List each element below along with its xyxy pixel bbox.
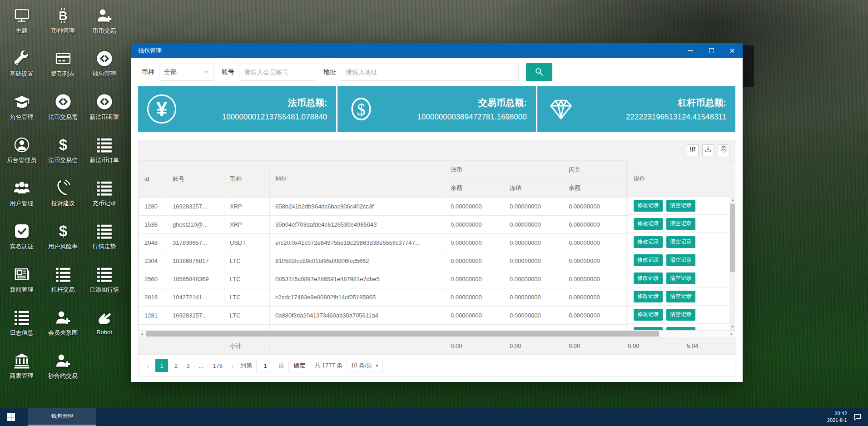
search-button[interactable] xyxy=(526,63,552,81)
chat-bubble-icon[interactable] xyxy=(853,413,862,421)
coin-select[interactable]: 全部 ▼ xyxy=(159,64,213,81)
desktop-icon-label: 后台管理员 xyxy=(7,156,36,164)
minimize-button[interactable] xyxy=(680,43,701,58)
cell-id: 1281 xyxy=(139,307,167,325)
clear-record-button[interactable]: 清空记录 xyxy=(666,309,695,321)
monitor-icon xyxy=(13,6,31,25)
cell-frozen: 0.00000000 xyxy=(504,198,563,216)
edit-record-button[interactable]: 修改记录 xyxy=(634,327,663,331)
desktop-icon-25[interactable]: 商家管理 xyxy=(1,348,42,391)
print-icon xyxy=(720,146,727,155)
desktop-icon-label: 新法币商家 xyxy=(89,113,119,121)
page-button-178[interactable]: 178 xyxy=(210,359,225,372)
account-input[interactable] xyxy=(239,64,315,81)
edit-record-button[interactable]: 修改记录 xyxy=(634,236,663,248)
vertical-scrollbar-thumb[interactable] xyxy=(730,204,735,272)
desktop-icon-20[interactable]: 杠杆交易 xyxy=(42,262,84,305)
col-coin: 币种 xyxy=(224,161,270,197)
maximize-button[interactable] xyxy=(701,43,722,58)
desktop-icon-23[interactable]: 会员关系图 xyxy=(42,305,84,348)
clear-record-button[interactable]: 清空记录 xyxy=(666,200,695,212)
close-icon: ✕ xyxy=(729,47,735,54)
desktop-icon-6[interactable]: 钱包管理 xyxy=(84,46,125,89)
desktop-icon-22[interactable]: 日志信息 xyxy=(1,305,42,348)
edit-record-button[interactable]: 修改记录 xyxy=(634,309,663,321)
desktop-icon-21[interactable]: 已添加行情 xyxy=(84,262,125,305)
desktop-icon-label: 法币交易需 xyxy=(48,113,78,121)
clear-record-button[interactable]: 清空记录 xyxy=(666,272,695,284)
svg-text:$: $ xyxy=(357,100,366,119)
cell-id: 1536 xyxy=(139,216,167,234)
cell-account: ghost210@... xyxy=(167,325,224,331)
columns-button[interactable] xyxy=(687,144,699,156)
summary-card-3: 杠杆币总额:222223196513124.41548311 xyxy=(537,86,735,132)
col-fiat-frozen: 冻结 xyxy=(504,179,563,197)
desktop-icon-26[interactable]: 秒合约交易 xyxy=(42,348,84,391)
cell-coin: LTC xyxy=(224,270,270,288)
prev-page-button[interactable]: ‹ xyxy=(144,359,151,372)
desktop-icon-18[interactable]: 行情走势 xyxy=(84,218,125,262)
page-button-3[interactable]: 3 xyxy=(184,359,192,372)
horizontal-scrollbar-thumb[interactable] xyxy=(146,331,659,337)
scroll-down-arrow[interactable]: ▼ xyxy=(729,323,735,330)
print-button[interactable] xyxy=(718,144,729,156)
cell-id: 2048 xyxy=(139,234,167,252)
desktop-icon-4[interactable]: 基础设置 xyxy=(1,46,42,89)
page-ellipsis: … xyxy=(196,359,206,372)
edit-record-button[interactable]: 修改记录 xyxy=(634,291,663,302)
cell-coin: USDT xyxy=(224,234,270,252)
address-input[interactable] xyxy=(341,64,519,81)
desktop-icon-13[interactable]: 用户管理 xyxy=(1,175,42,218)
per-page-select[interactable]: 10 条/页 ▼ xyxy=(347,359,383,372)
cell-address: 35b04ef703dafde4c6126530e4985043 xyxy=(270,216,445,234)
desktop-icon-grid: 主题B币种管理币币交易基础设置提币列表钱包管理角色管理法币交易需新法币商家后台管… xyxy=(1,3,125,391)
page-button-2[interactable]: 2 xyxy=(172,359,180,372)
clear-record-button[interactable]: 清空记录 xyxy=(666,327,695,331)
goto-page-input[interactable] xyxy=(256,359,274,372)
edit-record-button[interactable]: 修改记录 xyxy=(634,200,663,212)
clear-record-button[interactable]: 清空记录 xyxy=(666,218,695,230)
desktop-icon-16[interactable]: 实名认证 xyxy=(1,218,42,262)
edit-record-button[interactable]: 修改记录 xyxy=(634,218,663,230)
edit-record-button[interactable]: 修改记录 xyxy=(634,272,663,284)
desktop-icon-9[interactable]: 新法币商家 xyxy=(84,89,125,132)
desktop-icon-2[interactable]: B币种管理 xyxy=(42,3,84,46)
next-page-button[interactable]: › xyxy=(229,359,236,372)
desktop-icon-19[interactable]: 新闻管理 xyxy=(1,262,42,305)
scroll-left-arrow[interactable]: ◂ xyxy=(139,331,145,337)
desktop-icon-7[interactable]: 角色管理 xyxy=(1,89,42,132)
taskbar-clock[interactable]: 20:42 2021-8-1 xyxy=(827,410,847,424)
close-button[interactable]: ✕ xyxy=(722,43,743,58)
desktop-icon-14[interactable]: 投诉建议 xyxy=(42,175,84,218)
background-window-fragment xyxy=(742,45,754,87)
page-button-1[interactable]: 1 xyxy=(155,359,168,372)
list-icon xyxy=(95,179,114,197)
clear-record-button[interactable]: 清空记录 xyxy=(666,291,695,302)
export-button[interactable] xyxy=(702,144,714,156)
summary-card-title: 法币总额: xyxy=(176,97,327,109)
desktop-icon-1[interactable]: 主题 xyxy=(1,3,42,46)
confirm-button[interactable]: 确定 xyxy=(288,359,310,372)
clear-record-button[interactable]: 清空记录 xyxy=(666,236,695,248)
desktop-icon-11[interactable]: $法币交易信 xyxy=(42,132,84,175)
cell-flash_balance: 0.00000000 xyxy=(563,252,622,270)
desktop-icon-5[interactable]: 提币列表 xyxy=(42,46,84,89)
action-column-header: 操作 xyxy=(628,160,729,197)
desktop-icon-10[interactable]: 后台管理员 xyxy=(1,132,42,175)
desktop-icon-label: Robot xyxy=(96,329,112,336)
desktop-icon-8[interactable]: 法币交易需 xyxy=(42,89,84,132)
desktop-icon-3[interactable]: 币币交易 xyxy=(84,3,125,46)
cell-flash_balance: 0.00000000 xyxy=(563,216,622,234)
desktop-icon-24[interactable]: Robot xyxy=(84,305,125,348)
scroll-right-arrow[interactable]: ▸ xyxy=(729,331,735,337)
clear-record-button[interactable]: 清空记录 xyxy=(666,254,695,266)
desktop-icon-17[interactable]: $用户风险率 xyxy=(42,218,84,262)
taskbar-item-wallet[interactable]: 钱包管理 xyxy=(28,408,96,426)
desktop-icon-12[interactable]: 新法币订单 xyxy=(84,132,125,175)
scroll-up-arrow[interactable]: ▲ xyxy=(729,197,735,203)
desktop-icon-label: 商家管理 xyxy=(10,372,34,380)
start-button[interactable] xyxy=(0,408,22,426)
edit-record-button[interactable]: 修改记录 xyxy=(634,254,663,266)
desktop-icon-15[interactable]: 充币记录 xyxy=(84,175,125,218)
cell-balance: 0.00000000 xyxy=(445,307,504,325)
